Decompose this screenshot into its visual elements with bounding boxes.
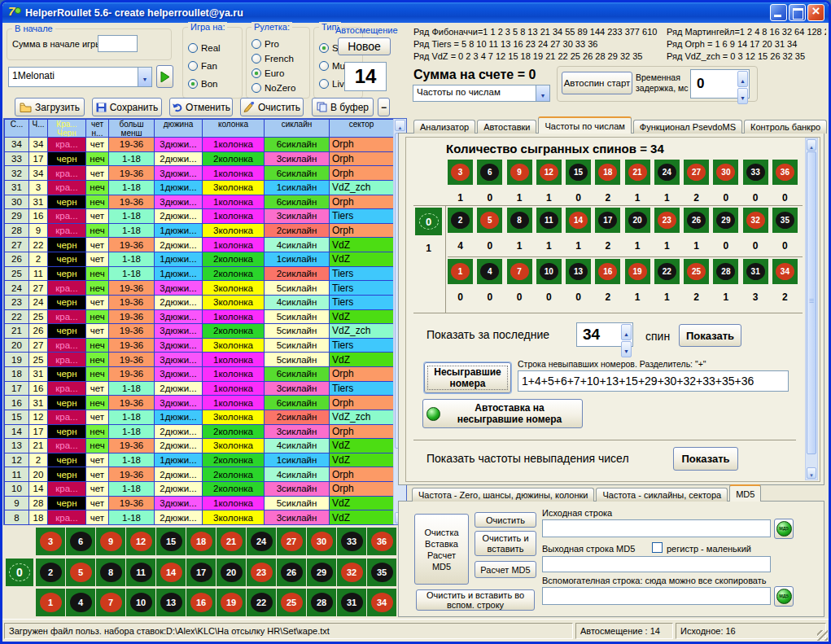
table-cell[interactable]: VdZ (330, 497, 394, 511)
table-cell[interactable]: 3дюжи... (155, 310, 203, 325)
board-cell-21[interactable]: 21 (625, 160, 650, 185)
table-cell[interactable]: 1колонка (203, 238, 265, 252)
table-cell[interactable]: 5сиклайн (265, 353, 330, 367)
table-cell[interactable]: 2колонка (203, 324, 265, 339)
board-cell-6[interactable]: 6 (66, 528, 95, 555)
header-cell[interactable]: колонка (203, 120, 265, 129)
table-cell[interactable]: 3дюжи... (155, 367, 203, 382)
table-cell[interactable]: 1сиклайн (265, 252, 330, 267)
table-cell[interactable]: 2дюжи... (155, 439, 203, 453)
md5-source-input[interactable] (542, 519, 771, 537)
table-cell[interactable]: неч (86, 281, 109, 296)
md5-calc-button[interactable]: Расчет MD5 (475, 561, 536, 578)
board-cell-26[interactable]: 26 (684, 208, 709, 233)
table-cell[interactable]: кра... (48, 382, 86, 396)
board-cell-18[interactable]: 18 (595, 160, 620, 185)
table-cell[interactable]: 3сиклайн (265, 209, 330, 224)
table-cell[interactable]: черн (48, 152, 86, 167)
table-cell[interactable]: 3дюжи... (155, 353, 203, 367)
table-cell[interactable]: 19-36 (109, 396, 155, 410)
board-cell-25[interactable]: 25 (277, 589, 306, 616)
board-cell-30[interactable]: 30 (307, 528, 336, 555)
tabs-top[interactable]: АнализаторАвтоставкиЧастоты по числамФун… (413, 116, 827, 134)
table-cell[interactable]: 3сиклайн (265, 510, 330, 525)
table-cell[interactable]: VdZ_zch (330, 181, 394, 195)
board-cell-12[interactable]: 12 (126, 528, 155, 555)
md5-clear-and-paste-button[interactable]: Очистить и вставить (475, 531, 536, 556)
table-cell[interactable]: 12 (29, 410, 48, 425)
tab-Частота - Zero, шансы, дюжины, колонки[interactable]: Частота - Zero, шансы, дюжины, колонки (412, 488, 594, 502)
header-cell[interactable]: Кра... (48, 120, 86, 129)
table-cell[interactable]: 1дюжи... (155, 252, 203, 267)
table-cell[interactable]: 1-18 (109, 382, 155, 396)
table-cell[interactable]: 3колонка (203, 181, 265, 195)
board-cell-1[interactable]: 1 (448, 259, 473, 284)
table-cell[interactable]: кра... (48, 166, 86, 181)
table-cell[interactable]: 1-18 (109, 482, 155, 497)
board-cell-16[interactable]: 16 (186, 589, 216, 616)
table-cell[interactable]: 20 (5, 339, 29, 353)
table-cell[interactable]: неч (86, 181, 109, 195)
table-cell[interactable]: кра... (48, 439, 86, 453)
board-cell-2[interactable]: 2 (448, 208, 473, 233)
header-cell[interactable]: сиклайн (265, 120, 330, 129)
table-cell[interactable]: 2колонка (203, 482, 265, 497)
table-cell[interactable]: кра... (48, 410, 86, 425)
radio-option-Real[interactable]: Real (188, 42, 242, 54)
header-cell[interactable]: Черн (48, 129, 86, 138)
table-cell[interactable]: 34 (29, 138, 48, 152)
board-zero-cell[interactable]: 0 (6, 559, 33, 586)
table-cell[interactable]: чет (86, 209, 109, 224)
table-cell[interactable]: 2колонка (203, 252, 265, 267)
autoshift-new-button[interactable]: Новое (338, 37, 391, 55)
md5-run-source-button[interactable]: МД5 (774, 519, 794, 539)
table-cell[interactable]: Tiers (330, 296, 394, 310)
table-cell[interactable]: кра... (48, 339, 86, 353)
table-cell[interactable]: 3сиклайн (265, 425, 330, 440)
table-cell[interactable]: 30 (5, 195, 29, 210)
board-cell-19[interactable]: 19 (625, 259, 650, 284)
table-cell[interactable]: 32 (5, 166, 29, 181)
scroll-up-button[interactable] (807, 139, 816, 151)
table-cell[interactable]: неч (86, 353, 109, 367)
table-cell[interactable]: 1колонка (203, 166, 265, 181)
board-cell-16[interactable]: 16 (595, 259, 620, 284)
table-cell[interactable]: 2колонка (203, 425, 265, 440)
table-cell[interactable]: 13 (5, 439, 29, 453)
table-cell[interactable]: 19-36 (109, 138, 155, 152)
table-cell[interactable]: 24 (29, 296, 48, 310)
table-cell[interactable]: 2дюжи... (155, 238, 203, 252)
header-cell[interactable]: чет (86, 120, 109, 129)
missed-numbers-button[interactable]: Несыгравшие номера (424, 362, 511, 393)
table-cell[interactable]: чет (86, 324, 109, 339)
board-cell-32[interactable]: 32 (743, 208, 768, 233)
autobet-missed-button[interactable]: Автоставка на несыгравшие номера (422, 399, 583, 428)
tab-Автоставки[interactable]: Автоставки (477, 120, 536, 134)
table-cell[interactable]: кра... (48, 209, 86, 224)
mode-select[interactable]: Частоты по числам (413, 85, 550, 102)
table-cell[interactable]: чет (86, 467, 109, 482)
table-cell[interactable]: 3дюжи... (155, 281, 203, 296)
table-cell[interactable]: 1дюжи... (155, 267, 203, 282)
table-cell[interactable]: 1колонка (203, 138, 265, 152)
table-cell[interactable]: Orph (330, 195, 394, 210)
table-cell[interactable]: 8 (5, 510, 29, 525)
table-cell[interactable]: 4сиклайн (265, 238, 330, 252)
board-cell-5[interactable]: 5 (66, 559, 95, 586)
freq-scrollbar[interactable] (805, 138, 818, 480)
table-cell[interactable]: 3колонка (203, 224, 265, 239)
table-cell[interactable]: VdZ (330, 252, 394, 267)
spins-down-button[interactable] (621, 341, 632, 357)
table-cell[interactable]: 9 (29, 224, 48, 239)
table-cell[interactable]: 9 (5, 497, 29, 511)
table-cell[interactable]: 20 (29, 467, 48, 482)
table-cell[interactable]: чет (86, 296, 109, 310)
table-cell[interactable]: чет (86, 238, 109, 252)
table-cell[interactable]: 2колонка (203, 467, 265, 482)
table-cell[interactable]: чет (86, 453, 109, 468)
table-cell[interactable]: 1колонка (203, 497, 265, 511)
table-cell[interactable]: 3дюжи... (155, 138, 203, 152)
board-cell-14[interactable]: 14 (156, 559, 186, 586)
header-cell[interactable] (330, 129, 394, 138)
md5-clear-paste-calc-button[interactable]: Очистка Вставка Расчет MD5 (414, 514, 469, 585)
